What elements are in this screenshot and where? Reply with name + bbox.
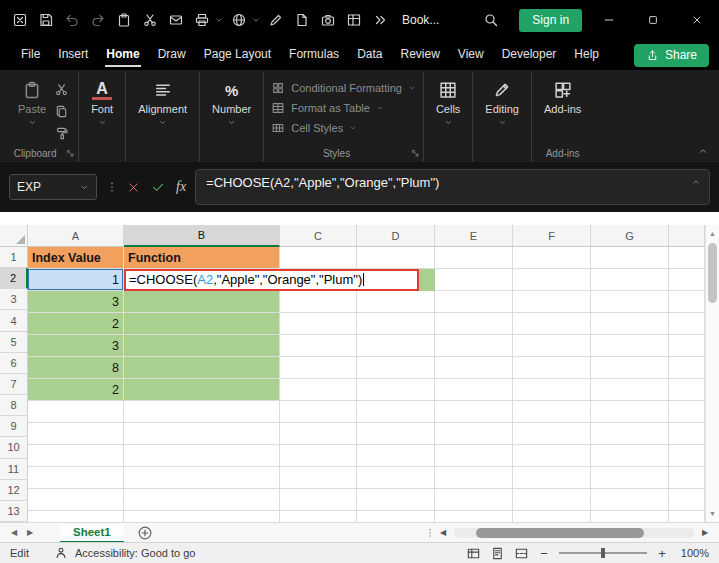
globe-icon[interactable] bbox=[227, 8, 251, 32]
cell-D9[interactable] bbox=[357, 423, 435, 445]
cell-D12[interactable] bbox=[357, 489, 435, 511]
cell-B13[interactable] bbox=[124, 511, 280, 522]
zoom-in-button[interactable]: + bbox=[656, 546, 668, 561]
cell-F11[interactable] bbox=[513, 467, 591, 489]
select-all-corner[interactable] bbox=[0, 225, 28, 247]
cell-A7[interactable]: 2 bbox=[28, 379, 124, 401]
cell-E3[interactable] bbox=[435, 291, 513, 313]
collapse-ribbon-icon[interactable] bbox=[697, 145, 709, 157]
cell-A4[interactable]: 2 bbox=[28, 313, 124, 335]
edited-cell-b2[interactable]: =CHOOSE(A2,"Apple","Orange","Plum") bbox=[124, 269, 419, 291]
enter-icon[interactable] bbox=[151, 180, 165, 194]
scroll-down-icon[interactable]: ▼ bbox=[706, 506, 719, 521]
cell-E10[interactable] bbox=[435, 445, 513, 467]
cell-A8[interactable] bbox=[28, 401, 124, 423]
cell-blank[interactable] bbox=[669, 269, 705, 291]
cell-C7[interactable] bbox=[280, 379, 357, 401]
cells-button[interactable]: Cells bbox=[431, 78, 465, 129]
redo-icon[interactable] bbox=[86, 8, 110, 32]
accessibility-status[interactable]: Accessibility: Good to go bbox=[75, 547, 195, 559]
tab-page-layout[interactable]: Page Layout bbox=[195, 40, 280, 70]
conditional-formatting-button[interactable]: Conditional Formatting bbox=[271, 81, 416, 95]
cell-mode-indicator[interactable]: Edit bbox=[10, 547, 29, 559]
format-as-table-button[interactable]: Format as Table bbox=[271, 101, 416, 115]
format-painter-icon[interactable] bbox=[54, 126, 69, 141]
search-icon[interactable] bbox=[479, 8, 503, 32]
cell-D13[interactable] bbox=[357, 511, 435, 522]
cell-B12[interactable] bbox=[124, 489, 280, 511]
horizontal-scrollbar[interactable] bbox=[454, 528, 694, 538]
cell-E8[interactable] bbox=[435, 401, 513, 423]
cell-blank[interactable] bbox=[669, 445, 705, 467]
formula-bar-resize-handle[interactable] bbox=[106, 179, 118, 195]
close-button[interactable] bbox=[675, 0, 719, 40]
cell-blank[interactable] bbox=[669, 379, 705, 401]
sign-in-button[interactable]: Sign in bbox=[519, 9, 582, 32]
tab-insert[interactable]: Insert bbox=[49, 40, 97, 70]
column-header-F[interactable]: F bbox=[513, 225, 591, 247]
cell-F5[interactable] bbox=[513, 335, 591, 357]
page-layout-view-icon[interactable] bbox=[490, 546, 505, 561]
excel-app-icon[interactable] bbox=[8, 8, 32, 32]
cut-icon[interactable] bbox=[54, 82, 69, 97]
accessibility-icon[interactable] bbox=[54, 546, 68, 560]
name-box[interactable]: EXP bbox=[9, 174, 97, 200]
row-header-3[interactable]: 3 bbox=[0, 289, 28, 310]
cell-B5[interactable] bbox=[124, 335, 280, 357]
cell-blank[interactable] bbox=[669, 467, 705, 489]
cell-A2[interactable]: 1 bbox=[28, 269, 124, 291]
row-header-11[interactable]: 11 bbox=[0, 459, 28, 480]
cell-A5[interactable]: 3 bbox=[28, 335, 124, 357]
mail-icon[interactable] bbox=[164, 8, 188, 32]
column-header-B[interactable]: B bbox=[124, 225, 280, 247]
cell-C4[interactable] bbox=[280, 313, 357, 335]
tab-data[interactable]: Data bbox=[348, 40, 391, 70]
cell-G6[interactable] bbox=[591, 357, 669, 379]
row-header-10[interactable]: 10 bbox=[0, 437, 28, 458]
cell-B3[interactable] bbox=[124, 291, 280, 313]
cell-B7[interactable] bbox=[124, 379, 280, 401]
column-header-blank[interactable] bbox=[669, 225, 705, 247]
row-header-8[interactable]: 8 bbox=[0, 395, 28, 416]
cell-G5[interactable] bbox=[591, 335, 669, 357]
cell-G7[interactable] bbox=[591, 379, 669, 401]
cell-C3[interactable] bbox=[280, 291, 357, 313]
cell-G11[interactable] bbox=[591, 467, 669, 489]
cell-B10[interactable] bbox=[124, 445, 280, 467]
paste-button[interactable]: Paste bbox=[13, 78, 51, 129]
cell-D5[interactable] bbox=[357, 335, 435, 357]
cell-B8[interactable] bbox=[124, 401, 280, 423]
cell-A9[interactable] bbox=[28, 423, 124, 445]
styles-dialog-launcher-icon[interactable] bbox=[410, 148, 421, 159]
vertical-scrollbar[interactable]: ▲ ▼ bbox=[705, 225, 719, 522]
cell-A3[interactable]: 3 bbox=[28, 291, 124, 313]
cell-G1[interactable] bbox=[591, 247, 669, 269]
cell-E1[interactable] bbox=[435, 247, 513, 269]
cell-E5[interactable] bbox=[435, 335, 513, 357]
cell-D4[interactable] bbox=[357, 313, 435, 335]
cell-E13[interactable] bbox=[435, 511, 513, 522]
tab-review[interactable]: Review bbox=[391, 40, 448, 70]
tab-draw[interactable]: Draw bbox=[149, 40, 195, 70]
cell-F2[interactable] bbox=[513, 269, 591, 291]
sheet-nav-right-icon[interactable]: ▶ bbox=[22, 528, 38, 537]
zoom-slider[interactable] bbox=[559, 552, 647, 554]
cell-A6[interactable]: 8 bbox=[28, 357, 124, 379]
collapse-formula-bar-icon[interactable] bbox=[691, 177, 701, 187]
number-button[interactable]: % Number bbox=[207, 78, 256, 129]
scroll-up-icon[interactable]: ▲ bbox=[706, 226, 719, 241]
cell-E9[interactable] bbox=[435, 423, 513, 445]
cell-blank[interactable] bbox=[669, 423, 705, 445]
cell-C11[interactable] bbox=[280, 467, 357, 489]
column-header-G[interactable]: G bbox=[591, 225, 669, 247]
cell-F12[interactable] bbox=[513, 489, 591, 511]
tab-formulas[interactable]: Formulas bbox=[280, 40, 348, 70]
row-header-5[interactable]: 5 bbox=[0, 332, 28, 353]
cell-E6[interactable] bbox=[435, 357, 513, 379]
cell-E4[interactable] bbox=[435, 313, 513, 335]
cell-blank[interactable] bbox=[669, 291, 705, 313]
cell-F3[interactable] bbox=[513, 291, 591, 313]
chevron-down-icon[interactable] bbox=[251, 15, 261, 25]
cell-D1[interactable] bbox=[357, 247, 435, 269]
row-header-9[interactable]: 9 bbox=[0, 416, 28, 437]
